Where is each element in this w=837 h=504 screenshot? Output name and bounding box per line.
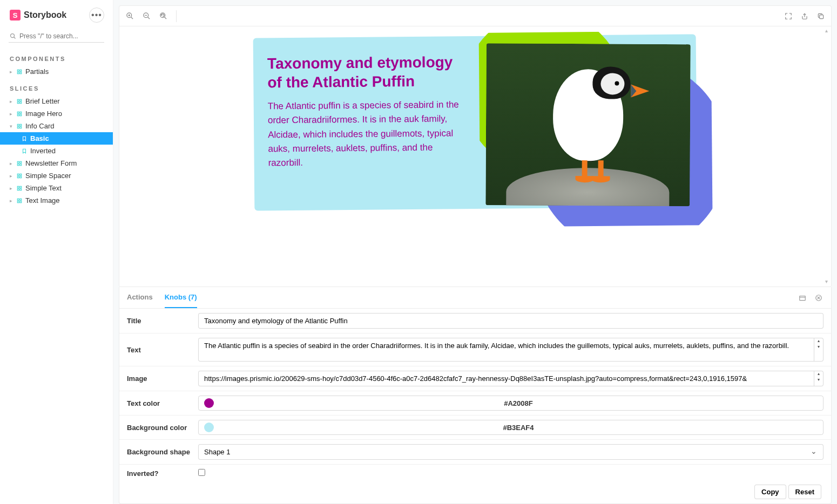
sidebar-item-label: Newsletter Form	[25, 159, 77, 167]
sidebar-item-label: Partials	[25, 67, 49, 76]
sidebar-item-label: Brief Letter	[25, 97, 60, 105]
sidebar-story-label: Basic	[30, 134, 49, 142]
sidebar-story-basic[interactable]: Basic	[0, 132, 113, 145]
chevron-right-icon: ▸	[10, 69, 14, 74]
svg-rect-2	[17, 70, 19, 71]
chevron-right-icon: ▸	[10, 198, 14, 203]
knob-label-bg-shape: Background shape	[127, 448, 191, 456]
svg-rect-23	[20, 174, 22, 175]
sidebar-item-newsletter-form[interactable]: ▸Newsletter Form	[0, 157, 113, 169]
knob-input-text-color[interactable]: #A2008F	[198, 396, 824, 411]
sidebar-item-image-hero[interactable]: ▸Image Hero	[0, 107, 113, 120]
component-icon	[17, 111, 22, 117]
scroll-down-icon[interactable]: ▾	[822, 278, 830, 284]
knob-input-title[interactable]	[198, 313, 824, 329]
sidebar-story-inverted[interactable]: Inverted	[0, 145, 113, 157]
info-card-image	[485, 43, 691, 206]
tab-actions[interactable]: Actions	[127, 287, 153, 308]
sidebar-item-label: Text Image	[25, 196, 60, 205]
svg-rect-19	[20, 161, 22, 163]
zoom-reset-button[interactable]	[158, 11, 168, 21]
info-card-slice: Taxonomy and etymology of the Atlantic P…	[254, 36, 697, 277]
svg-rect-6	[17, 99, 19, 101]
canvas-panel: ▴ ▾ Taxonomy and etymology of the Atlant…	[119, 5, 832, 287]
svg-rect-7	[20, 99, 22, 101]
svg-line-1	[14, 37, 16, 39]
info-card-text: The Atlantic puffin is a species of seab…	[268, 98, 468, 171]
sidebar-item-simple-spacer[interactable]: ▸Simple Spacer	[0, 169, 113, 182]
svg-line-39	[148, 17, 150, 19]
scroll-up-icon[interactable]: ▴	[822, 28, 830, 33]
knob-input-bg-shape[interactable]: Shape 1	[198, 444, 824, 460]
svg-rect-10	[17, 112, 19, 113]
knob-input-bg-color[interactable]: #B3EAF4	[198, 420, 824, 435]
section-title-components: COMPONENTS	[0, 48, 113, 65]
chevron-right-icon: ▸	[10, 173, 14, 179]
stepper-down-button[interactable]: ▾	[814, 377, 823, 383]
knob-input-text[interactable]	[198, 338, 814, 362]
fullscreen-button[interactable]	[784, 11, 793, 21]
knobs-copy-button[interactable]: Copy	[754, 485, 786, 499]
svg-rect-15	[20, 124, 22, 126]
svg-rect-3	[20, 70, 22, 71]
knob-label-text-color: Text color	[127, 399, 191, 407]
sidebar-item-label: Simple Text	[25, 184, 62, 192]
knob-label-title: Title	[127, 317, 191, 325]
stepper-down-button[interactable]: ▾	[814, 344, 823, 350]
chevron-down-icon: ▾	[10, 124, 14, 129]
zoom-in-button[interactable]	[125, 11, 135, 21]
knob-label-text: Text	[127, 346, 191, 354]
chevron-right-icon: ▸	[10, 99, 14, 104]
component-icon	[17, 173, 22, 179]
sidebar: S Storybook ••• COMPONENTS ▸Partials SLI…	[0, 0, 113, 504]
knob-input-inverted[interactable]	[198, 469, 205, 476]
sidebar-item-info-card[interactable]: ▾Info Card	[0, 120, 113, 132]
story-icon	[22, 136, 27, 141]
component-icon	[17, 161, 22, 166]
knobs-reset-button[interactable]: Reset	[788, 485, 821, 499]
tab-knobs[interactable]: Knobs (7)	[165, 287, 197, 308]
svg-rect-33	[20, 201, 22, 202]
info-card-title: Taxonomy and etymology of the Atlantic P…	[267, 52, 457, 92]
open-in-new-tab-button[interactable]	[800, 11, 809, 21]
color-value-bg: #B3EAF4	[219, 424, 818, 432]
sidebar-item-text-image[interactable]: ▸Text Image	[0, 194, 113, 207]
sidebar-item-brief-letter[interactable]: ▸Brief Letter	[0, 95, 113, 107]
svg-rect-16	[17, 126, 19, 128]
color-value-text: #A2008F	[219, 399, 818, 407]
zoom-out-button[interactable]	[141, 11, 152, 21]
svg-rect-11	[20, 112, 22, 113]
story-icon	[22, 148, 27, 154]
addons-close-button[interactable]	[814, 293, 824, 303]
svg-rect-20	[17, 164, 19, 165]
main-area: ▴ ▾ Taxonomy and etymology of the Atlant…	[113, 0, 837, 504]
sidebar-item-simple-text[interactable]: ▸Simple Text	[0, 182, 113, 194]
addons-orientation-button[interactable]	[798, 293, 807, 303]
storybook-logo: S Storybook	[10, 10, 66, 21]
chevron-right-icon: ▸	[10, 111, 14, 117]
component-icon	[17, 198, 22, 203]
component-icon	[17, 99, 22, 104]
knob-input-image[interactable]	[198, 371, 814, 386]
search-input[interactable]	[19, 32, 103, 40]
svg-rect-22	[17, 174, 19, 175]
chevron-right-icon: ▸	[10, 186, 14, 191]
svg-rect-30	[17, 199, 19, 200]
copy-canvas-link-button[interactable]	[816, 11, 826, 21]
stepper-up-button[interactable]: ▴	[814, 338, 823, 344]
canvas-toolbar	[119, 6, 831, 26]
storybook-logo-badge: S	[10, 10, 21, 21]
svg-point-0	[11, 34, 15, 38]
stepper-up-button[interactable]: ▴	[814, 371, 823, 377]
knob-label-bg-color: Background color	[127, 424, 191, 432]
sidebar-menu-button[interactable]: •••	[89, 8, 104, 23]
component-icon	[17, 124, 22, 129]
info-card: Taxonomy and etymology of the Atlantic P…	[253, 34, 698, 210]
svg-rect-28	[17, 188, 19, 190]
search-icon	[10, 33, 16, 39]
component-icon	[17, 69, 22, 74]
svg-rect-25	[20, 176, 22, 178]
svg-line-35	[131, 17, 133, 19]
sidebar-item-partials[interactable]: ▸Partials	[0, 65, 113, 78]
search-field[interactable]	[9, 30, 104, 43]
